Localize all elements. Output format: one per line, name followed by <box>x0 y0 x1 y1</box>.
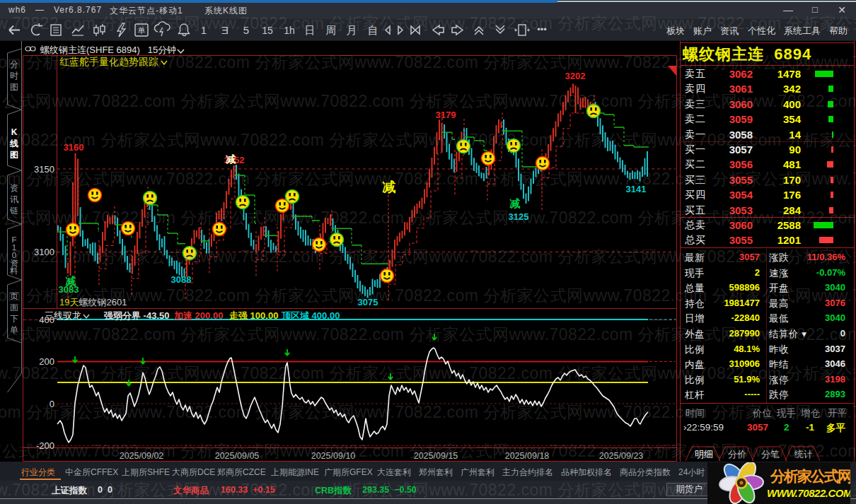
svg-text:2025/09/10: 2025/09/10 <box>311 451 356 461</box>
svg-text:月: 月 <box>347 24 357 36</box>
svg-text:3150: 3150 <box>34 164 54 175</box>
svg-text:明细: 明细 <box>695 449 713 459</box>
svg-text:统计: 统计 <box>794 449 813 459</box>
svg-text:3202: 3202 <box>565 71 586 81</box>
svg-text:3125: 3125 <box>509 211 529 222</box>
svg-text:减: 减 <box>66 275 76 287</box>
svg-text:减: 减 <box>226 153 236 165</box>
svg-text:红蓝舵手量化趋势跟踪: 红蓝舵手量化趋势跟踪 <box>59 56 158 67</box>
svg-text:自: 自 <box>368 24 378 36</box>
svg-text:走强 100.00: 走强 100.00 <box>229 310 278 321</box>
svg-text:3141: 3141 <box>626 184 647 194</box>
svg-text:2025/09/23: 2025/09/23 <box>599 451 644 461</box>
svg-text:日: 日 <box>305 24 316 36</box>
svg-text:200: 200 <box>39 356 54 367</box>
svg-text:3179: 3179 <box>436 110 456 120</box>
svg-text:螺纹钢主连(SHFE 6894) 15分钟: 螺纹钢主连(SHFE 6894) 15分钟 <box>40 45 176 55</box>
svg-text:分析家公式网: 分析家公式网 <box>770 468 850 484</box>
svg-text:强弱分界 -43.50: 强弱分界 -43.50 <box>103 310 169 321</box>
svg-text:分笔: 分笔 <box>761 449 780 459</box>
svg-text:加速 200.00: 加速 200.00 <box>173 310 223 321</box>
svg-text:1: 1 <box>201 24 207 36</box>
svg-text:2025/09/05: 2025/09/05 <box>215 451 260 461</box>
svg-text:Ǝ: Ǝ <box>221 24 229 36</box>
svg-text:-200: -200 <box>36 440 54 451</box>
svg-text:WWW.70822.COM: WWW.70822.COM <box>767 487 850 499</box>
svg-text:3160: 3160 <box>64 142 84 153</box>
svg-text:3088: 3088 <box>171 274 192 285</box>
svg-text:顶区域 400.00: 顶区域 400.00 <box>282 310 340 321</box>
svg-text:19天螺纹钢2601: 19天螺纹钢2601 <box>59 297 127 307</box>
svg-text:•••: ••• <box>537 24 547 35</box>
svg-text:分价: 分价 <box>728 449 746 459</box>
svg-text:减: 减 <box>510 197 521 209</box>
svg-text:单: 单 <box>138 26 146 35</box>
svg-text:2025/09/18: 2025/09/18 <box>505 451 550 461</box>
svg-text:3100: 3100 <box>34 247 54 257</box>
svg-text:三线驭龙: 三线驭龙 <box>45 310 81 321</box>
svg-text:0: 0 <box>50 399 54 409</box>
svg-text:3075: 3075 <box>358 297 378 307</box>
svg-text:1h: 1h <box>284 25 295 36</box>
svg-text:15: 15 <box>262 25 273 36</box>
svg-text:2025/09/02: 2025/09/02 <box>120 451 164 461</box>
svg-text:周: 周 <box>326 24 337 36</box>
svg-text:减: 减 <box>383 180 396 194</box>
svg-text:5: 5 <box>243 24 249 36</box>
svg-text:2025/09/15: 2025/09/15 <box>414 451 458 461</box>
